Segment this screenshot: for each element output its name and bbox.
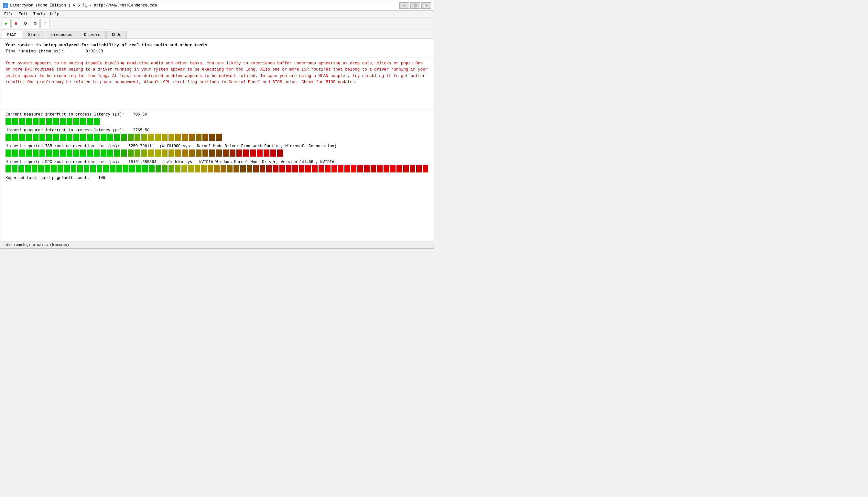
menu-help[interactable]: Help [47, 11, 62, 17]
play-button[interactable]: ▶ [2, 19, 11, 28]
bar-segment [168, 165, 174, 172]
bar-segment [279, 165, 285, 172]
bar-segment [371, 165, 376, 172]
bar-segment [260, 165, 265, 172]
bar-segment [266, 165, 271, 172]
title-controls: – □ ✕ [399, 2, 431, 9]
bar-segment [257, 150, 263, 157]
main-window: L LatencyMon (Home Edition ) v 6.71 - ht… [0, 0, 434, 248]
help-button[interactable]: ? [41, 19, 49, 28]
bar-segment [175, 165, 180, 172]
bar-segment [107, 150, 113, 157]
tab-processes[interactable]: Processes [46, 31, 78, 39]
bar-segment [209, 133, 215, 141]
bar-segment [240, 165, 246, 172]
bar-segment [182, 133, 188, 141]
bar-segment [84, 165, 89, 172]
bar-segment [40, 133, 45, 141]
bar-segment [46, 133, 52, 141]
bar-segment [53, 118, 59, 125]
metric-highest-interrupt-label: Highest measured interrupt to process la… [5, 128, 428, 133]
time-value: 0:03:28 [85, 49, 103, 54]
bar-segment [19, 150, 25, 157]
bar-segment [175, 150, 181, 157]
app-icon: L [3, 3, 8, 8]
bar-segment [264, 150, 269, 157]
tab-drivers[interactable]: Drivers [78, 31, 106, 39]
bar-segment [416, 165, 422, 172]
bar-segment [80, 150, 86, 157]
status-text: Time running: 0:03:28 (h:mm:ss) [3, 243, 69, 247]
clone-icon: ⧉ [34, 22, 36, 26]
bar-segment [253, 165, 259, 172]
analysis-status: Your system is being analyzed for suitab… [5, 43, 428, 47]
bar-segment [121, 150, 127, 157]
bar-segment [53, 133, 59, 141]
bar-segment [45, 165, 50, 172]
bar-segment [46, 118, 52, 125]
bar-segment [175, 133, 181, 141]
metrics-section: Current measured interrupt to process la… [0, 110, 434, 241]
tab-cpus[interactable]: CPUs [106, 31, 127, 39]
bar-segment [97, 165, 102, 172]
bar-segment [162, 133, 167, 141]
bar-segment [60, 150, 65, 157]
bar-current-interrupt [5, 118, 428, 125]
bar-segment [87, 150, 93, 157]
bar-segment [223, 150, 229, 157]
bar-segment [247, 165, 252, 172]
bar-segment [364, 165, 370, 172]
bar-segment [123, 165, 128, 172]
bar-segment [58, 165, 63, 172]
svg-text:L: L [5, 4, 6, 8]
tab-stats[interactable]: Stats [23, 31, 45, 39]
bar-segment [12, 118, 18, 125]
bar-segment [168, 133, 174, 141]
bar-segment [390, 165, 396, 172]
stop-icon: ■ [15, 21, 17, 26]
info-section: Your system is being analyzed for suitab… [0, 39, 434, 58]
bar-segment [305, 165, 311, 172]
bar-segment [107, 133, 113, 141]
bar-segment [5, 165, 11, 172]
refresh-button[interactable]: ⟳ [21, 19, 30, 28]
stop-button[interactable]: ■ [11, 19, 20, 28]
metric-current-interrupt: Current measured interrupt to process la… [5, 112, 428, 125]
maximize-button[interactable]: □ [410, 2, 420, 9]
bar-segment [73, 150, 79, 157]
metric-highest-dpc: Highest reported DPC routine execution t… [5, 160, 428, 172]
tab-main[interactable]: Main [2, 31, 22, 39]
minimize-button[interactable]: – [399, 2, 409, 9]
bar-segment [5, 150, 11, 157]
menu-tools[interactable]: Tools [31, 11, 47, 17]
bar-segment [101, 150, 106, 157]
bar-segment [33, 118, 39, 125]
close-button[interactable]: ✕ [422, 2, 431, 9]
bar-segment [182, 150, 188, 157]
bar-segment [325, 165, 330, 172]
bar-segment [94, 133, 100, 141]
menu-file[interactable]: File [2, 11, 16, 17]
metric-current-interrupt-label: Current measured interrupt to process la… [5, 112, 428, 117]
status-bar: Time running: 0:03:28 (h:mm:ss) [0, 241, 434, 248]
bar-segment [101, 133, 106, 141]
bar-segment [188, 165, 193, 172]
time-label: Time running (h:mm:ss): [5, 49, 63, 54]
bar-segment [156, 165, 161, 172]
bar-segment [162, 165, 167, 172]
bar-segment [377, 165, 383, 172]
warning-section[interactable]: Your system appears to be having trouble… [0, 58, 434, 110]
bar-segment [87, 133, 93, 141]
bar-segment [110, 165, 116, 172]
bar-segment [216, 133, 222, 141]
clone-button[interactable]: ⧉ [31, 19, 40, 28]
menu-edit[interactable]: Edit [16, 11, 31, 17]
bar-segment [60, 133, 65, 141]
bar-segment [26, 118, 32, 125]
bar-segment [209, 150, 215, 157]
bar-segment [201, 165, 207, 172]
bar-segment [195, 165, 200, 172]
metric-highest-isr-label: Highest reported ISR routine execution t… [5, 144, 426, 148]
bar-segment [12, 150, 18, 157]
bar-segment [230, 150, 235, 157]
